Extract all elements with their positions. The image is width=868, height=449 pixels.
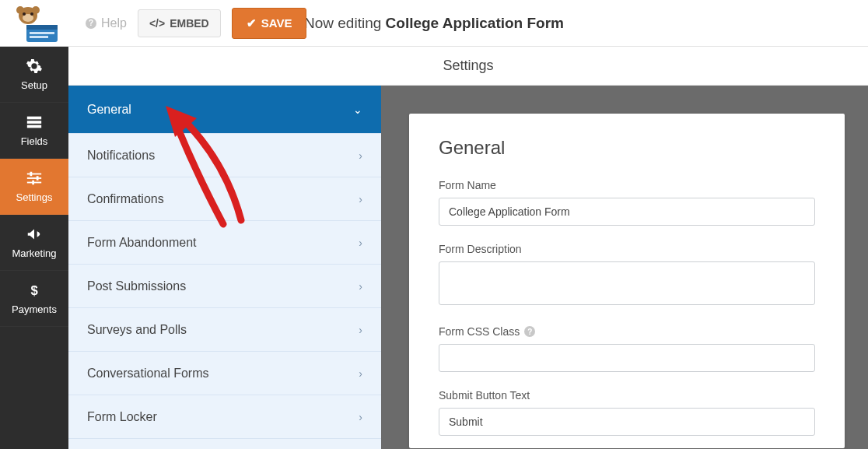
sliders-icon [26, 170, 43, 187]
sidebar-item-label: Fields [21, 135, 48, 147]
form-description-label: Form Description [439, 243, 815, 255]
editing-form-name: College Application Form [386, 15, 564, 31]
svg-rect-13 [27, 174, 41, 175]
settings-item-label: Form Abandonment [87, 236, 197, 250]
help-icon[interactable]: ? [524, 326, 535, 337]
svg-rect-18 [32, 181, 34, 185]
form-description-input[interactable] [439, 261, 815, 305]
form-panel-area: General Form Name Form Description Form … [381, 86, 868, 449]
chevron-right-icon: › [359, 149, 362, 162]
settings-item-label: Surveys and Polls [87, 323, 187, 337]
chevron-right-icon: › [359, 280, 362, 293]
content-row: General ⌄ Notifications › Confirmations … [68, 86, 868, 449]
sidebar-item-fields[interactable]: Fields [0, 103, 68, 159]
chevron-down-icon: ⌄ [353, 103, 362, 116]
embed-button[interactable]: </> EMBED [138, 9, 221, 37]
help-icon: ? [86, 18, 96, 29]
settings-item-label: Confirmations [87, 192, 164, 206]
settings-header: Settings [68, 47, 868, 86]
top-bar-actions: ? Help </> EMBED ✔ SAVE [86, 8, 306, 39]
svg-text:$: $ [30, 283, 37, 297]
panel-title: General [439, 137, 815, 159]
svg-rect-17 [37, 176, 39, 181]
svg-rect-9 [30, 36, 48, 38]
submit-button-text-label: Submit Button Text [439, 389, 815, 402]
settings-item-label: General [87, 103, 131, 117]
svg-point-2 [32, 6, 40, 14]
gear-icon [26, 58, 43, 75]
primary-sidebar: Setup Fields Settings Marketing $ Paymen… [0, 47, 68, 449]
sidebar-item-label: Payments [12, 303, 57, 315]
sidebar-item-setup[interactable]: Setup [0, 47, 68, 103]
svg-rect-12 [27, 125, 41, 128]
sidebar-item-label: Marketing [12, 247, 56, 259]
settings-item-label: Post Submissions [87, 279, 186, 293]
svg-rect-14 [27, 177, 41, 179]
form-name-input[interactable] [439, 198, 815, 226]
code-icon: </> [149, 17, 165, 30]
list-icon [26, 114, 43, 131]
svg-point-5 [30, 12, 33, 16]
svg-rect-10 [27, 117, 41, 120]
settings-header-label: Settings [443, 58, 493, 74]
svg-point-4 [23, 12, 26, 16]
submit-button-text-input[interactable] [439, 408, 815, 436]
check-icon: ✔ [247, 16, 257, 30]
form-css-class-label: Form CSS Class ? [439, 325, 815, 338]
app-frame: Now editing College Application Form ? H… [0, 0, 868, 449]
top-bar: Now editing College Application Form ? H… [0, 0, 868, 47]
embed-label: EMBED [170, 17, 209, 30]
settings-item-general[interactable]: General ⌄ [68, 86, 381, 134]
form-css-class-input[interactable] [439, 344, 815, 372]
chevron-right-icon: › [359, 411, 362, 423]
help-button[interactable]: ? Help [86, 16, 127, 30]
chevron-right-icon: › [359, 237, 362, 249]
settings-item-label: Conversational Forms [87, 367, 209, 381]
svg-point-1 [16, 6, 24, 14]
sidebar-item-label: Setup [21, 79, 47, 91]
settings-item-label: Notifications [87, 149, 155, 163]
chevron-right-icon: › [359, 193, 362, 205]
content-wrap: Settings General ⌄ Notifications › Confi… [68, 47, 868, 449]
settings-item-confirmations[interactable]: Confirmations › [68, 177, 381, 221]
bullhorn-icon [26, 226, 43, 243]
settings-sidebar: General ⌄ Notifications › Confirmations … [68, 86, 381, 449]
save-label: SAVE [261, 16, 292, 30]
chevron-right-icon: › [359, 367, 362, 380]
svg-rect-16 [30, 172, 33, 177]
save-button[interactable]: ✔ SAVE [232, 8, 307, 39]
settings-item-form-abandonment[interactable]: Form Abandonment › [68, 221, 381, 265]
chevron-right-icon: › [359, 324, 362, 336]
settings-item-conversational-forms[interactable]: Conversational Forms › [68, 352, 381, 395]
main-area: Setup Fields Settings Marketing $ Paymen… [0, 47, 868, 449]
help-label: Help [101, 16, 127, 30]
sidebar-item-payments[interactable]: $ Payments [0, 271, 68, 327]
editing-prefix: Now editing [304, 15, 386, 31]
settings-item-post-submissions[interactable]: Post Submissions › [68, 265, 381, 308]
form-name-label: Form Name [439, 179, 815, 191]
general-settings-card: General Form Name Form Description Form … [409, 114, 845, 448]
svg-rect-11 [27, 121, 41, 124]
settings-item-label: Form Locker [87, 410, 157, 424]
dollar-icon: $ [26, 282, 43, 299]
settings-item-notifications[interactable]: Notifications › [68, 134, 381, 177]
sidebar-item-label: Settings [16, 191, 53, 203]
form-css-class-label-text: Form CSS Class [439, 325, 520, 338]
settings-item-form-locker[interactable]: Form Locker › [68, 395, 381, 439]
app-logo [11, 5, 59, 42]
svg-rect-7 [26, 25, 58, 30]
sidebar-item-settings[interactable]: Settings [0, 159, 68, 215]
sidebar-item-marketing[interactable]: Marketing [0, 215, 68, 271]
settings-item-surveys-polls[interactable]: Surveys and Polls › [68, 308, 381, 352]
svg-rect-8 [30, 32, 54, 34]
